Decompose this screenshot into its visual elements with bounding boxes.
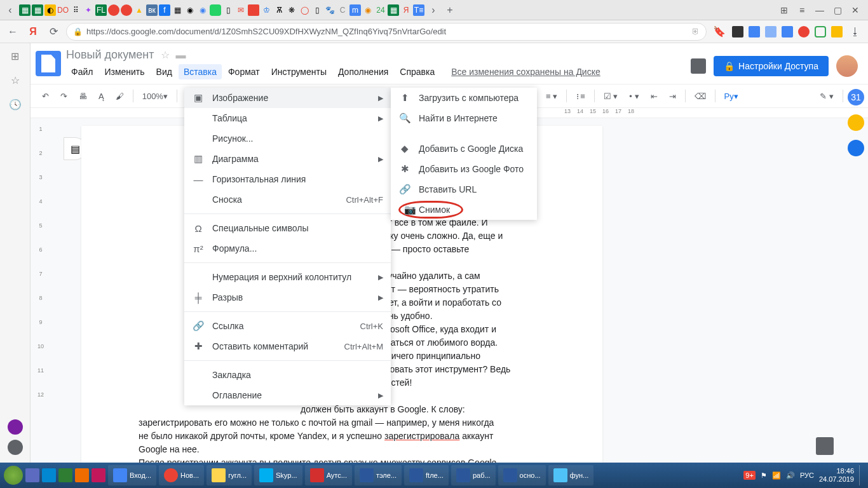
task-icon[interactable]	[75, 468, 89, 482]
back-button[interactable]: ←	[5, 24, 20, 39]
tab-scroll-left[interactable]: ‹	[3, 3, 18, 18]
indent-decrease-button[interactable]: ⇤	[647, 89, 661, 104]
tab-icon[interactable]: DO	[57, 4, 69, 16]
task-icon[interactable]	[42, 468, 56, 482]
tab-icon[interactable]: 24	[375, 4, 386, 16]
history-icon[interactable]: 🕓	[9, 98, 22, 111]
ext-icon[interactable]	[831, 26, 843, 37]
print-button[interactable]: 🖶	[75, 89, 91, 104]
menu-view[interactable]: Вид	[151, 64, 177, 79]
protect-icon[interactable]: ⛨	[691, 27, 700, 36]
editing-mode-button[interactable]: ✎ ▾	[816, 89, 837, 104]
document-title[interactable]: Новый документ	[66, 48, 154, 62]
menu-item-bookmark[interactable]: Закладка	[184, 365, 391, 385]
spellcheck-button[interactable]: Ą	[95, 89, 108, 104]
tab-icon[interactable]: ◉	[197, 4, 208, 16]
tab-icon[interactable]: 🐾	[324, 4, 336, 16]
alice-icon[interactable]	[8, 419, 23, 435]
paint-format-button[interactable]: 🖌	[112, 89, 128, 104]
favorite-icon[interactable]: ☆	[9, 74, 22, 86]
ext-icon[interactable]	[782, 26, 793, 37]
tab-icon[interactable]	[210, 4, 221, 16]
ext-icon[interactable]	[732, 26, 743, 37]
tab-icon[interactable]: Я	[400, 4, 412, 16]
tab-icon[interactable]: C	[337, 4, 348, 16]
explore-button[interactable]	[816, 437, 834, 455]
line-spacing-button[interactable]: ⫶≡	[572, 89, 589, 104]
share-button[interactable]: 🔒 Настройки Доступа	[714, 56, 829, 76]
align-button[interactable]: ≡ ▾	[542, 89, 561, 104]
task-icon[interactable]	[92, 468, 105, 482]
tray-volume-icon[interactable]: 🔊	[786, 471, 795, 480]
show-desktop[interactable]	[859, 465, 864, 485]
menu-file[interactable]: Файл	[66, 64, 98, 79]
taskbar-item[interactable]: осно...	[498, 465, 546, 485]
submenu-upload[interactable]: ⬆ Загрузить с компьютера	[391, 88, 537, 108]
tab-icon[interactable]: FL	[95, 4, 107, 16]
ext-icon[interactable]	[765, 26, 776, 37]
yandex-button[interactable]: Я	[25, 24, 41, 39]
tab-icon[interactable]: ▲	[133, 4, 145, 16]
tab-overview-icon[interactable]: ⊞	[779, 5, 789, 15]
submenu-search-web[interactable]: 🔍 Найти в Интернете	[391, 108, 537, 128]
tab-icon[interactable]	[108, 4, 119, 16]
taskbar-item[interactable]: ftлe...	[404, 465, 449, 485]
menu-edit[interactable]: Изменить	[99, 64, 149, 79]
taskbar-item[interactable]: раб...	[451, 465, 496, 485]
tab-icon[interactable]: ◯	[299, 4, 310, 16]
taskbar-item[interactable]: тэле...	[355, 465, 402, 485]
tray-network-icon[interactable]: 📶	[772, 471, 781, 480]
browser-menu-icon[interactable]: ≡	[797, 5, 807, 15]
menu-insert[interactable]: Вставка	[179, 64, 222, 79]
new-tab-button[interactable]: +	[442, 3, 458, 18]
menu-item-comment[interactable]: ✚ Оставить комментарий Ctrl+Alt+M	[184, 336, 391, 356]
bullet-list-button[interactable]: • ▾	[625, 89, 642, 104]
menu-item-break[interactable]: ╪ Разрыв ▶	[184, 287, 391, 308]
menu-format[interactable]: Формат	[223, 64, 265, 79]
submenu-url[interactable]: 🔗 Вставить URL	[391, 179, 537, 200]
taskbar-item[interactable]: Вход...	[108, 465, 156, 485]
start-button[interactable]	[4, 466, 23, 485]
clear-format-button[interactable]: ⌫	[691, 89, 710, 104]
menu-item-toc[interactable]: Оглавление ▶	[184, 385, 391, 405]
tab-icon[interactable]: m	[349, 4, 361, 16]
redo-button[interactable]: ↷	[57, 89, 71, 104]
tab-icon[interactable]: T≡	[413, 4, 424, 16]
download-icon[interactable]: ⭳	[848, 24, 863, 39]
taskbar-item[interactable]: гугл...	[207, 465, 252, 485]
tab-icon[interactable]: ◉	[184, 4, 196, 16]
tab-icon[interactable]: f	[159, 4, 170, 16]
tab-icon[interactable]: ♔	[261, 4, 272, 16]
menu-item-hr[interactable]: — Горизонтальная линия	[184, 169, 391, 189]
bookmark-icon[interactable]: 🔖	[712, 24, 727, 39]
menu-item-image[interactable]: ▣ Изображение ▶	[184, 88, 391, 108]
input-tools-button[interactable]: Py ▾	[721, 89, 742, 104]
comments-icon[interactable]	[691, 58, 706, 74]
tab-icon[interactable]: ▦	[19, 4, 31, 16]
tab-icon[interactable]: ⠿	[70, 4, 81, 16]
tab-icon[interactable]: Ѫ	[273, 4, 285, 16]
star-icon[interactable]: ☆	[161, 49, 170, 61]
tab-icon[interactable]: ▦	[172, 4, 183, 16]
taskbar-item[interactable]: Нов...	[159, 465, 204, 485]
tab-icon[interactable]: ✦	[83, 4, 94, 16]
tab-icon[interactable]: ✉	[235, 4, 247, 16]
menu-item-special-chars[interactable]: Ω Специальные символы	[184, 218, 391, 238]
folder-icon[interactable]: ▬	[176, 50, 186, 61]
tableau-icon[interactable]: ⊞	[9, 50, 22, 62]
tab-icon[interactable]	[121, 4, 132, 16]
tab-icon[interactable]: ◐	[44, 4, 56, 16]
menu-item-table[interactable]: Таблица ▶	[184, 108, 391, 128]
task-icon[interactable]	[58, 468, 72, 482]
tray-overflow[interactable]: 9+	[743, 471, 756, 480]
window-minimize[interactable]: —	[815, 5, 825, 15]
tab-icon[interactable]	[248, 4, 259, 16]
ext-icon[interactable]	[815, 26, 826, 37]
menu-item-headers[interactable]: Нумерация и верхний колонтитул ▶	[184, 267, 391, 287]
assistant-icon[interactable]	[8, 440, 23, 455]
taskbar-item[interactable]: Аутс...	[305, 465, 352, 485]
tab-icon[interactable]: ◉	[362, 4, 374, 16]
tab-icon[interactable]: ❋	[286, 4, 297, 16]
reload-button[interactable]: ⟳	[46, 24, 61, 39]
checklist-button[interactable]: ☑ ▾	[600, 89, 622, 104]
